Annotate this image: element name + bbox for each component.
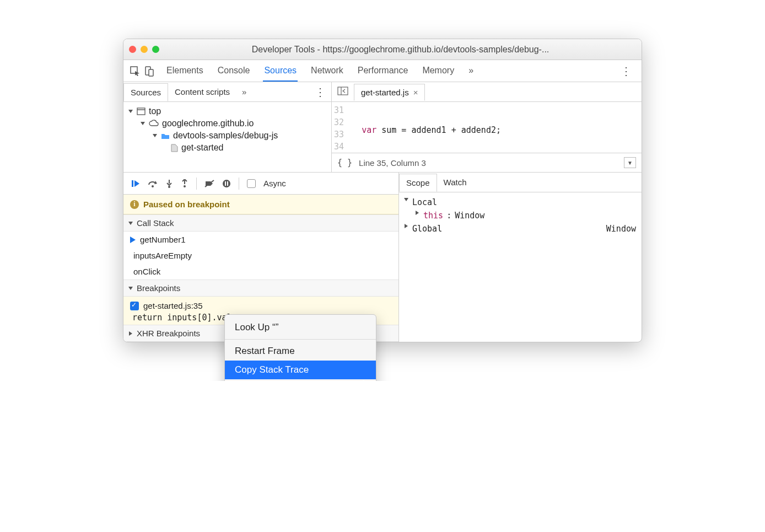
tab-sources[interactable]: Sources bbox=[263, 61, 298, 82]
disclosure-triangle-icon[interactable] bbox=[405, 224, 408, 228]
svg-point-14 bbox=[223, 180, 230, 187]
callstack-title: Call Stack bbox=[137, 218, 174, 228]
xhr-breakpoints-title: XHR Breakpoints bbox=[137, 329, 200, 338]
subtab-content-scripts[interactable]: Content scripts bbox=[168, 83, 236, 100]
tree-frame-top[interactable]: top bbox=[126, 105, 331, 117]
code-line: var sum = addend1 + addend2; bbox=[352, 124, 570, 136]
stack-frame-name: inputsAreEmpty bbox=[133, 251, 192, 260]
disclosure-triangle-icon[interactable] bbox=[416, 211, 419, 215]
ctx-copy-stack-trace[interactable]: Copy Stack Trace bbox=[225, 361, 376, 379]
sources-panes: Sources Content scripts » ⋮ top googlech… bbox=[123, 82, 642, 172]
navigator-pane: Sources Content scripts » ⋮ top googlech… bbox=[123, 82, 332, 172]
tab-performance[interactable]: Performance bbox=[357, 61, 410, 82]
toolbar-separator bbox=[196, 178, 197, 190]
deactivate-breakpoints-icon[interactable] bbox=[204, 179, 214, 188]
code-editor[interactable]: 31 32 33 34 var sum = addend1 + addend2;… bbox=[332, 102, 642, 153]
debugger-panes: Async i Paused on breakpoint Call Stack … bbox=[123, 172, 642, 342]
tree-domain-label: googlechrome.github.io bbox=[162, 119, 254, 128]
minimize-window-icon[interactable] bbox=[141, 46, 148, 53]
svg-rect-7 bbox=[132, 180, 133, 187]
pause-on-exceptions-icon[interactable] bbox=[222, 179, 231, 188]
svg-rect-15 bbox=[225, 181, 226, 186]
main-tabs: Elements Console Sources Network Perform… bbox=[165, 61, 475, 82]
editor-filetab[interactable]: get-started.js × bbox=[354, 84, 425, 101]
breakpoint-checkbox[interactable] bbox=[130, 302, 139, 310]
svg-point-8 bbox=[152, 185, 154, 187]
ctx-lookup[interactable]: Look Up “” bbox=[225, 318, 376, 337]
resume-icon[interactable] bbox=[131, 179, 140, 188]
disclosure-triangle-icon[interactable] bbox=[128, 222, 133, 225]
ctx-restart-frame[interactable]: Restart Frame bbox=[225, 342, 376, 361]
disclosure-triangle-icon[interactable] bbox=[153, 134, 157, 137]
disclosure-triangle-icon[interactable] bbox=[141, 122, 145, 125]
subtabs-overflow-icon[interactable]: » bbox=[236, 87, 252, 96]
step-into-icon[interactable] bbox=[165, 179, 173, 188]
callstack-header[interactable]: Call Stack bbox=[123, 214, 398, 232]
step-out-icon[interactable] bbox=[181, 179, 188, 188]
toggle-navigator-icon[interactable] bbox=[332, 87, 354, 97]
inspect-element-icon[interactable] bbox=[129, 65, 141, 77]
scope-body: Local this: Window GlobalWindow bbox=[399, 192, 642, 239]
async-checkbox[interactable] bbox=[247, 179, 256, 188]
line-number: 31 bbox=[334, 104, 344, 116]
scope-global-val: Window bbox=[606, 224, 636, 234]
disclosure-triangle-icon[interactable] bbox=[128, 287, 133, 290]
paused-text: Paused on breakpoint bbox=[143, 200, 230, 209]
subtab-sources[interactable]: Sources bbox=[123, 83, 168, 101]
stack-frame-current[interactable]: getNumber1 bbox=[123, 232, 398, 248]
line-number: 34 bbox=[334, 141, 344, 153]
svg-rect-2 bbox=[149, 69, 153, 76]
scope-this-key: this bbox=[423, 211, 443, 221]
context-menu: Look Up “” Restart Frame Copy Stack Trac… bbox=[224, 314, 376, 381]
devtools-window: Developer Tools - https://googlechrome.g… bbox=[123, 39, 642, 342]
tab-network[interactable]: Network bbox=[310, 61, 344, 82]
stack-frame[interactable]: onClick bbox=[123, 264, 398, 280]
line-number: 33 bbox=[334, 128, 344, 141]
breakpoints-header[interactable]: Breakpoints bbox=[123, 280, 398, 297]
scope-watch-pane: Scope Watch Local this: Window GlobalWin… bbox=[399, 173, 642, 342]
tab-elements[interactable]: Elements bbox=[165, 61, 204, 82]
statusbar-dropdown-icon[interactable]: ▼ bbox=[624, 157, 636, 168]
tab-memory[interactable]: Memory bbox=[421, 61, 455, 82]
pretty-print-icon[interactable]: { } bbox=[337, 158, 352, 168]
scope-global[interactable]: GlobalWindow bbox=[405, 222, 636, 235]
svg-rect-3 bbox=[137, 108, 145, 115]
titlebar: Developer Tools - https://googlechrome.g… bbox=[123, 39, 642, 60]
tree-file[interactable]: get-started bbox=[126, 142, 331, 154]
device-toggle-icon[interactable] bbox=[143, 65, 155, 77]
stack-frame-name: getNumber1 bbox=[140, 235, 186, 244]
svg-point-10 bbox=[168, 186, 170, 188]
window-title: Developer Tools - https://googlechrome.g… bbox=[165, 45, 636, 55]
tab-console[interactable]: Console bbox=[217, 61, 251, 82]
disclosure-triangle-icon[interactable] bbox=[404, 198, 408, 201]
maximize-window-icon[interactable] bbox=[152, 46, 159, 53]
tabs-overflow-icon[interactable]: » bbox=[467, 61, 475, 82]
svg-rect-16 bbox=[227, 181, 228, 186]
devtools-main-toolbar: Elements Console Sources Network Perform… bbox=[123, 60, 642, 82]
tree-frame-label: top bbox=[149, 106, 161, 116]
svg-point-12 bbox=[184, 185, 186, 187]
info-icon: i bbox=[130, 200, 139, 209]
close-window-icon[interactable] bbox=[129, 46, 136, 53]
line-number: 32 bbox=[334, 116, 344, 128]
cloud-icon bbox=[149, 120, 159, 127]
stack-frame[interactable]: inputsAreEmpty bbox=[123, 248, 398, 264]
navigator-menu-icon[interactable]: ⋮ bbox=[309, 85, 331, 99]
scope-this[interactable]: this: Window bbox=[405, 209, 636, 222]
scope-local[interactable]: Local bbox=[405, 196, 636, 209]
close-tab-icon[interactable]: × bbox=[413, 88, 418, 97]
disclosure-triangle-icon[interactable] bbox=[128, 110, 133, 113]
disclosure-triangle-icon[interactable] bbox=[129, 331, 132, 336]
navigator-subtabs: Sources Content scripts » ⋮ bbox=[123, 82, 331, 102]
tree-domain[interactable]: googlechrome.github.io bbox=[126, 117, 331, 130]
tree-folder[interactable]: devtools-samples/debug-js bbox=[126, 130, 331, 142]
tab-watch[interactable]: Watch bbox=[437, 174, 473, 191]
code-lines: var sum = addend1 + addend2; label.textC… bbox=[348, 102, 574, 153]
scope-watch-tabs: Scope Watch bbox=[399, 173, 642, 192]
main-menu-icon[interactable]: ⋮ bbox=[616, 62, 636, 80]
step-over-icon[interactable] bbox=[148, 179, 158, 188]
window-traffic-lights bbox=[129, 46, 159, 53]
breakpoints-title: Breakpoints bbox=[137, 283, 180, 293]
tab-scope[interactable]: Scope bbox=[399, 174, 437, 192]
ctx-blackbox-script[interactable]: Blackbox Script bbox=[225, 379, 376, 381]
